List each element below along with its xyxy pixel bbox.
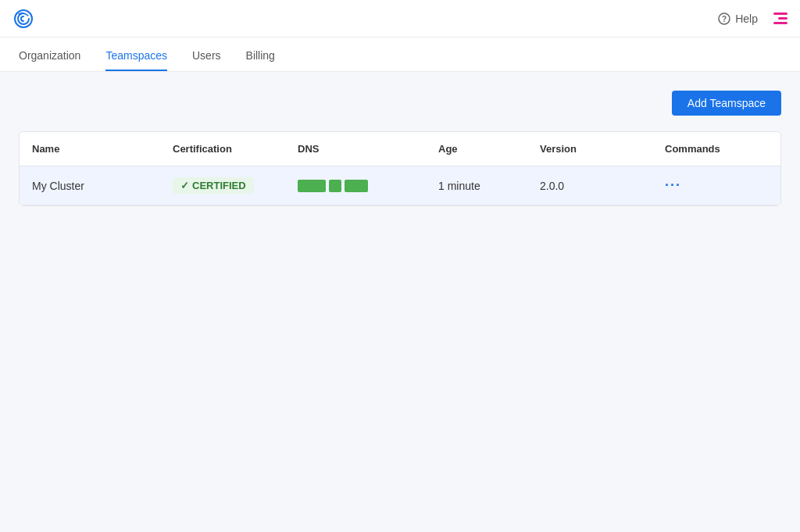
header-right: ? Help	[718, 12, 788, 25]
nav-tabs: Organization Teamspaces Users Billing	[0, 37, 800, 72]
header-left	[12, 8, 34, 30]
col-header-commands: Commands	[652, 132, 780, 166]
help-button[interactable]: ? Help	[718, 12, 758, 25]
main-content: Add Teamspace Name Certification DNS Age…	[0, 72, 800, 225]
table-row: My Cluster ✓ CERTIFIED	[20, 166, 780, 205]
teamspaces-table: Name Certification DNS Age Version Comma…	[20, 132, 780, 205]
add-teamspace-button[interactable]: Add Teamspace	[672, 91, 781, 116]
tab-teamspaces[interactable]: Teamspaces	[105, 49, 167, 71]
more-options-button[interactable]: ···	[665, 177, 681, 193]
cluster-certification: ✓ CERTIFIED	[160, 166, 285, 205]
cluster-dns	[285, 166, 426, 205]
app-logo-icon	[12, 8, 34, 30]
certified-label: CERTIFIED	[192, 180, 246, 191]
table-header-row: Name Certification DNS Age Version Comma…	[20, 132, 780, 166]
dns-block-2	[329, 180, 341, 192]
certified-badge: ✓ CERTIFIED	[173, 177, 254, 194]
dns-blocks	[298, 180, 413, 192]
menu-icon[interactable]	[773, 12, 788, 24]
cluster-age: 1 minute	[426, 166, 527, 205]
help-circle-icon: ?	[718, 12, 730, 25]
svg-text:?: ?	[722, 15, 727, 23]
check-icon: ✓	[180, 180, 189, 191]
col-header-certification: Certification	[160, 132, 285, 166]
col-header-version: Version	[527, 132, 652, 166]
tab-billing[interactable]: Billing	[246, 49, 275, 71]
dns-block-3	[345, 180, 368, 192]
help-label: Help	[735, 12, 758, 25]
cluster-version: 2.0.0	[527, 166, 652, 205]
dns-block-1	[298, 180, 326, 192]
teamspaces-table-container: Name Certification DNS Age Version Comma…	[19, 131, 781, 206]
col-header-name: Name	[20, 132, 160, 166]
app-header: ? Help	[0, 0, 800, 37]
col-header-age: Age	[426, 132, 527, 166]
cluster-name: My Cluster	[20, 166, 160, 205]
cluster-commands[interactable]: ···	[652, 166, 780, 205]
toolbar: Add Teamspace	[19, 91, 781, 116]
tab-users[interactable]: Users	[192, 49, 221, 71]
col-header-dns: DNS	[285, 132, 426, 166]
tab-organization[interactable]: Organization	[19, 49, 80, 71]
